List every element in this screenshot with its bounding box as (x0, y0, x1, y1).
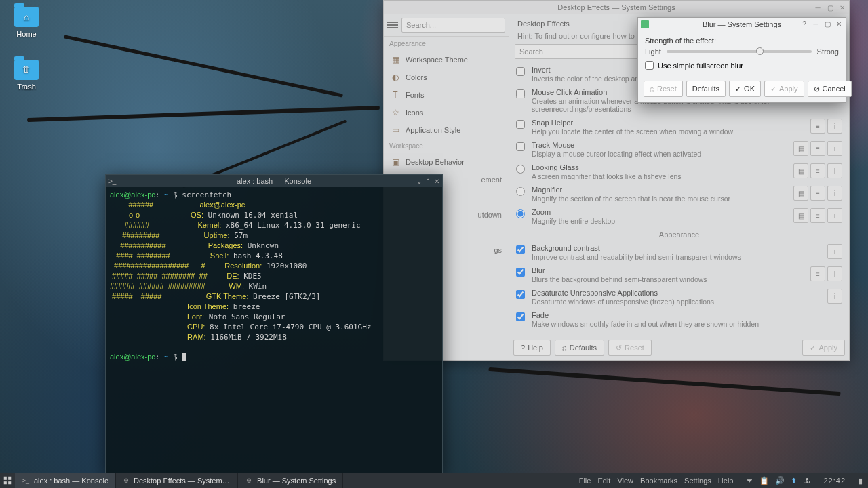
effect-action-button[interactable]: ▤ (793, 163, 808, 178)
effect-toggle[interactable] (516, 245, 525, 254)
effect-action-button[interactable]: ≡ (810, 163, 825, 178)
taskbar-task[interactable]: ⚙Desktop Effects — System Settings (116, 473, 238, 488)
maximize-icon[interactable]: ▢ (823, 20, 831, 28)
updates-icon[interactable]: ⬆ (791, 476, 797, 485)
ok-button[interactable]: ✓ OK (729, 81, 761, 97)
help-icon[interactable]: ? (800, 20, 808, 28)
menu-item[interactable]: File (579, 476, 591, 485)
desktop-icon-home[interactable]: ⌂ Home (9, 7, 43, 38)
tray-icon[interactable]: ⏷ (746, 476, 753, 485)
effect-toggle[interactable] (516, 67, 525, 76)
effect-toggle[interactable] (516, 165, 525, 174)
effect-desc: A screen magnifier that looks like a fis… (532, 172, 788, 180)
effect-desc: Help you locate the center of the screen… (532, 127, 805, 136)
slider-thumb[interactable] (756, 47, 764, 55)
effect-desc: Improve contrast and readability behind … (532, 253, 822, 261)
effect-toggle[interactable] (516, 268, 525, 277)
menu-item[interactable]: Bookmarks (640, 476, 677, 485)
effect-action-button[interactable]: i (827, 289, 842, 304)
close-icon[interactable]: ✕ (434, 178, 439, 185)
effect-action-button[interactable]: i (827, 208, 842, 223)
effect-row: MagnifierMagnify the section of the scre… (512, 183, 846, 205)
menu-item[interactable]: Help (718, 476, 734, 485)
close-icon[interactable]: ✕ (835, 20, 843, 28)
effect-toggle[interactable] (516, 290, 525, 299)
minimize-icon[interactable]: ─ (812, 20, 820, 28)
effect-action-button[interactable]: ≡ (810, 141, 825, 156)
effect-toggle[interactable] (516, 120, 525, 129)
effect-action-button[interactable]: i (827, 119, 842, 134)
effect-action-button[interactable]: ▤ (793, 141, 808, 156)
app-launcher[interactable] (0, 473, 15, 488)
effect-toggle[interactable] (516, 187, 525, 196)
window-titlebar[interactable]: Desktop Effects — System Settings ─ ▢ ✕ (384, 1, 849, 14)
sidebar-item[interactable]: ▦Workspace Theme (384, 51, 509, 68)
sidebar-item[interactable]: ◐Colors (384, 68, 509, 86)
checkbox-input[interactable] (645, 61, 654, 70)
help-button[interactable]: ? Help (513, 340, 551, 356)
effect-toggle[interactable] (516, 209, 525, 218)
effect-desc: Desaturate windows of unresponsive (froz… (532, 298, 822, 306)
menu-icon[interactable] (387, 22, 398, 28)
simple-blur-checkbox[interactable]: Use simple fullscreen blur (645, 61, 839, 70)
show-desktop-icon[interactable]: ▮ (859, 476, 863, 485)
sidebar-item[interactable]: ▣Desktop Behavior (384, 153, 509, 171)
effect-action-button[interactable]: ≡ (810, 186, 825, 201)
effect-name: Looking Glass (532, 163, 788, 171)
taskbar-task[interactable]: >_alex : bash — Konsole (15, 473, 116, 488)
terminal-icon: >_ (108, 178, 116, 185)
minimize-icon[interactable]: ─ (814, 3, 822, 12)
effect-action-button[interactable]: i (827, 244, 842, 259)
effect-action-button[interactable]: ≡ (810, 208, 825, 223)
volume-icon[interactable]: 🔊 (775, 476, 785, 485)
strength-slider[interactable] (667, 50, 812, 53)
apply-button[interactable]: ✓ Apply (764, 81, 804, 97)
effects-list[interactable]: InvertInverts the color of the desktop a… (509, 63, 849, 335)
sidebar-item-icon: ▦ (391, 55, 400, 64)
effect-action-button[interactable]: ▤ (793, 186, 808, 201)
section-label: Appearance (512, 228, 846, 241)
sidebar-item[interactable]: ▭Application Style (384, 121, 509, 139)
effect-action-button[interactable]: ≡ (810, 119, 825, 134)
taskbar-task[interactable]: ⚙Blur — System Settings (238, 473, 343, 488)
effect-action-button[interactable]: i (827, 266, 842, 281)
clock[interactable]: 22:42 (816, 476, 852, 485)
konsole-titlebar[interactable]: >_ alex : bash — Konsole ⌄ ⌃ ✕ (106, 175, 442, 187)
effect-action-button[interactable]: i (827, 186, 842, 201)
effect-action-button[interactable]: ≡ (810, 266, 825, 281)
network-icon[interactable]: 🖧 (803, 476, 810, 485)
effect-toggle[interactable] (516, 312, 525, 321)
effect-action-button[interactable]: i (827, 141, 842, 156)
reset-button[interactable]: ⎌ Reset (644, 81, 683, 97)
sidebar-item[interactable]: ☆Icons (384, 104, 509, 121)
system-tray: FileEditViewBookmarksSettingsHelp ⏷ 📋 🔊 … (567, 476, 868, 485)
cancel-button[interactable]: ⊘ Cancel (808, 81, 852, 97)
sidebar-item[interactable]: TFonts (384, 86, 509, 104)
minimize-icon[interactable]: ⌄ (416, 178, 422, 185)
effect-action-button[interactable]: ▤ (793, 208, 808, 223)
effect-action-button[interactable]: i (827, 163, 842, 178)
effect-toggle[interactable] (516, 89, 525, 98)
menu-item[interactable]: Settings (684, 476, 711, 485)
maximize-icon[interactable]: ▢ (826, 3, 834, 12)
category-header: Appearance (384, 37, 509, 51)
terminal-output[interactable]: alex@alex-pc: ~ $ screenfetch ###### ale… (106, 187, 442, 474)
desktop-icon-trash[interactable]: 🗑 Trash (9, 60, 43, 91)
apply-button[interactable]: ✓ Apply (802, 340, 845, 356)
effect-toggle[interactable] (516, 142, 525, 151)
sidebar-search-input[interactable] (401, 18, 505, 33)
effect-name: Background contrast (532, 244, 822, 252)
effect-name: Blur (532, 266, 805, 274)
effect-buttons: ▤≡i (793, 208, 842, 223)
menu-item[interactable]: View (617, 476, 633, 485)
dialog-titlebar[interactable]: Blur — System Settings ? ─ ▢ ✕ (638, 18, 846, 31)
defaults-button[interactable]: Defaults (686, 81, 726, 97)
maximize-icon[interactable]: ⌃ (425, 178, 431, 185)
defaults-button[interactable]: ⎌ Defaults (555, 340, 604, 356)
clipboard-icon[interactable]: 📋 (760, 476, 769, 485)
reset-button[interactable]: ↺ Reset (608, 340, 652, 356)
task-label: Desktop Effects — System Settings (134, 476, 231, 485)
close-icon[interactable]: ✕ (838, 3, 846, 12)
menu-item[interactable]: Edit (597, 476, 610, 485)
sidebar-item-label: Fonts (406, 91, 425, 99)
